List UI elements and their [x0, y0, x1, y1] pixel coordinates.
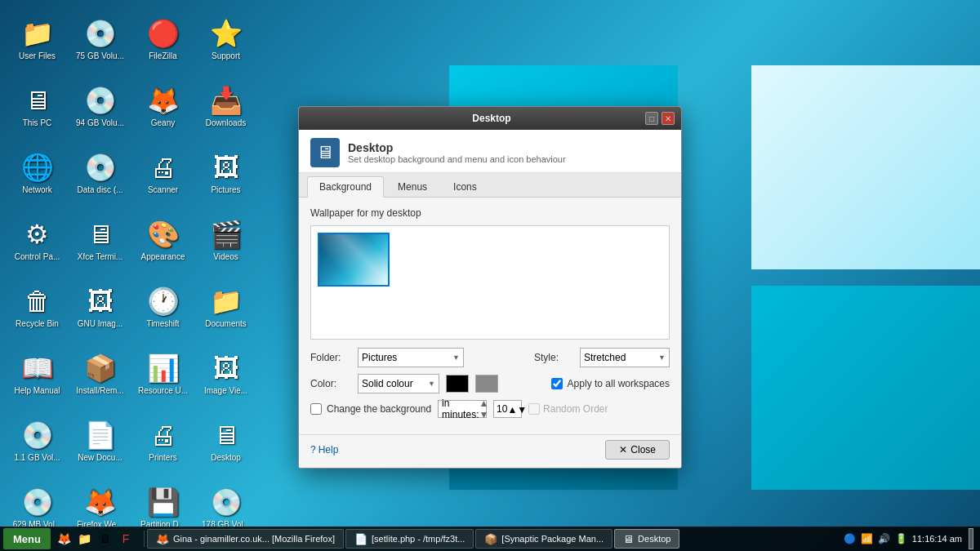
icon-label-recycle-bin: Recycle Bin	[16, 319, 59, 329]
dialog-tabs: Background Menus Icons	[299, 173, 681, 198]
desktop-icon-install-remove[interactable]: 📦 Install/Rem...	[69, 341, 131, 407]
icon-label-gnu-image: GNU Imag...	[78, 319, 123, 329]
icon-label-data-disc: Data disc (...	[77, 185, 122, 195]
desktop-icon-printers[interactable]: 🖨 Printers	[132, 408, 194, 473]
icon-label-timeshift: Timeshift	[146, 319, 179, 329]
desktop-icon-1gb-vol[interactable]: 💿 1.1 GB Vol...	[7, 408, 68, 473]
icon-image-install-remove: 📦	[84, 352, 117, 384]
desktop-icon-control-panel[interactable]: ⚙ Control Pa...	[7, 207, 68, 273]
wallpaper-section-label: Wallpaper for my desktop	[310, 207, 670, 219]
icon-image-filezilla: 🔴	[147, 17, 180, 50]
icon-image-partition-d: 💾	[147, 486, 180, 518]
desktop-icon-geany[interactable]: 🦊 Geany	[132, 73, 194, 139]
desktop-icon-network[interactable]: 🌐 Network	[7, 140, 68, 206]
icon-label-network: Network	[22, 185, 52, 195]
taskbar-icon-files[interactable]: 📁	[76, 530, 94, 548]
change-bg-row: Change the background in minutes: ▲▼ 10 …	[310, 400, 670, 418]
color-swatch-gray[interactable]	[475, 375, 498, 393]
icon-image-this-pc: 🖥	[21, 84, 54, 117]
desktop-dialog: Desktop □ ✕ 🖥 Desktop Set desktop backgr…	[298, 106, 682, 469]
app-label-synaptic: [Synaptic Package Man...	[501, 534, 604, 544]
icon-image-desktop: 🖥	[210, 419, 243, 451]
show-desktop-button[interactable]	[969, 528, 973, 549]
taskbar-app-setlite-php[interactable]: 📄 [setlite.php - /tmp/fz3t...	[345, 529, 474, 549]
icon-image-control-panel: ⚙	[21, 218, 54, 251]
app-label-gina-firefox: Gina - ginamiller.co.uk... [Mozilla Fire…	[173, 534, 335, 544]
apply-workspaces-checkbox[interactable]	[551, 378, 563, 389]
wallpaper-thumb-1[interactable]	[318, 233, 390, 287]
desktop-icon-help-manual[interactable]: 📖 Help Manual	[7, 341, 68, 407]
icon-image-recycle-bin: 🗑	[21, 285, 54, 318]
desktop-icon-scanner[interactable]: 🖨 Scanner	[132, 140, 194, 206]
icon-image-timeshift: 🕐	[147, 285, 180, 318]
tray-icon-battery[interactable]: 🔋	[894, 531, 909, 546]
tab-menus[interactable]: Menus	[385, 176, 439, 197]
app-icon-desktop-app: 🖥	[623, 533, 634, 545]
desktop-icon-resource-u[interactable]: 📊 Resource U...	[132, 341, 194, 407]
icon-image-network: 🌐	[21, 151, 54, 184]
icon-label-control-panel: Control Pa...	[15, 252, 60, 262]
icon-label-xfce-terminal: Xfce Termi...	[78, 252, 122, 262]
icon-label-printers: Printers	[149, 453, 176, 463]
icon-label-support: Support	[212, 51, 240, 61]
color-swatch-black[interactable]	[446, 375, 469, 393]
desktop-icon-downloads[interactable]: 📥 Downloads	[195, 73, 256, 139]
desktop-icon-user-files[interactable]: 📁 User Files	[7, 7, 68, 72]
taskbar-icon-firefox[interactable]: 🦊	[56, 530, 74, 548]
folder-select[interactable]: Pictures ▼	[358, 348, 464, 367]
icon-label-this-pc: This PC	[23, 118, 52, 128]
desktop-icon-new-document[interactable]: 📄 New Docu...	[69, 408, 131, 473]
dialog-header: 🖥 Desktop Set desktop background and men…	[299, 130, 681, 173]
icon-label-94gb-vol: 94 GB Volu...	[76, 118, 124, 128]
taskbar-app-desktop-app[interactable]: 🖥 Desktop	[614, 529, 679, 549]
close-title-button[interactable]: ✕	[662, 112, 675, 125]
change-bg-checkbox[interactable]	[310, 403, 322, 415]
color-select[interactable]: Solid colour ▼	[358, 374, 439, 393]
desktop-icon-94gb-vol[interactable]: 💿 94 GB Volu...	[69, 73, 131, 139]
taskbar-icon-filezilla[interactable]: F	[117, 530, 135, 548]
style-select[interactable]: Stretched ▼	[580, 348, 670, 367]
desktop-icon-75gb-vol[interactable]: 💿 75 GB Volu...	[69, 7, 131, 72]
start-button[interactable]: Menu	[3, 528, 51, 549]
minutes-num-arrows: ▲▼	[507, 402, 527, 416]
maximize-button[interactable]: □	[645, 112, 658, 125]
color-value: Solid colour	[362, 378, 413, 389]
desktop-icon-image-viewer[interactable]: 🖼 Image Vie...	[195, 341, 256, 407]
desktop-icon-desktop[interactable]: 🖥 Desktop	[195, 408, 256, 473]
taskbar-app-synaptic[interactable]: 📦 [Synaptic Package Man...	[475, 529, 612, 549]
desktop-icon-recycle-bin[interactable]: 🗑 Recycle Bin	[7, 274, 68, 340]
desktop-icon-timeshift[interactable]: 🕐 Timeshift	[132, 274, 194, 340]
desktop-icon-filezilla[interactable]: 🔴 FileZilla	[132, 7, 194, 72]
color-apply-row: Color: Solid colour ▼ Apply to all works…	[310, 374, 670, 393]
minutes-arrows: ▲▼	[479, 398, 488, 420]
desktop-icon-gnu-image[interactable]: 🖼 GNU Imag...	[69, 274, 131, 340]
help-text: Help	[318, 444, 339, 455]
help-link[interactable]: ? Help	[310, 444, 338, 455]
random-order-checkbox[interactable]	[528, 403, 540, 415]
desktop-icon-appearance[interactable]: 🎨 Appearance	[132, 207, 194, 273]
desktop-icon-support[interactable]: ⭐ Support	[195, 7, 256, 72]
wallpaper-grid[interactable]	[310, 225, 670, 340]
taskbar-apps: 🦊 Gina - ginamiller.co.uk... [Mozilla Fi…	[147, 529, 843, 549]
app-icon-setlite-php: 📄	[354, 533, 368, 545]
desktop-icon-this-pc[interactable]: 🖥 This PC	[7, 73, 68, 139]
tray-icon-network[interactable]: 📶	[860, 531, 875, 546]
icon-label-videos: Videos	[213, 252, 238, 262]
desktop-icon-pictures[interactable]: 🖼 Pictures	[195, 140, 256, 206]
taskbar-app-gina-firefox[interactable]: 🦊 Gina - ginamiller.co.uk... [Mozilla Fi…	[147, 529, 344, 549]
desktop-icon-videos[interactable]: 🎬 Videos	[195, 207, 256, 273]
close-button[interactable]: ✕ Close	[605, 440, 670, 460]
desktop-icon-documents[interactable]: 📁 Documents	[195, 274, 256, 340]
dialog-title: Desktop	[338, 113, 645, 124]
desktop-icon-xfce-terminal[interactable]: 🖥 Xfce Termi...	[69, 207, 131, 273]
taskbar-icon-terminal[interactable]: 🖥	[96, 530, 114, 548]
tray-icon-volume[interactable]: 🔊	[877, 531, 892, 546]
minutes-select[interactable]: in minutes: ▲▼	[438, 400, 487, 418]
tab-background[interactable]: Background	[307, 176, 384, 198]
minutes-number-input[interactable]: 10 ▲▼	[493, 400, 522, 418]
desktop-icon-data-disc[interactable]: 💿 Data disc (...	[69, 140, 131, 206]
tray-icon-1[interactable]: 🔵	[843, 531, 858, 546]
tab-icons[interactable]: Icons	[441, 176, 489, 197]
icon-label-install-remove: Install/Rem...	[76, 386, 123, 396]
icon-image-1gb-vol: 💿	[21, 419, 54, 451]
